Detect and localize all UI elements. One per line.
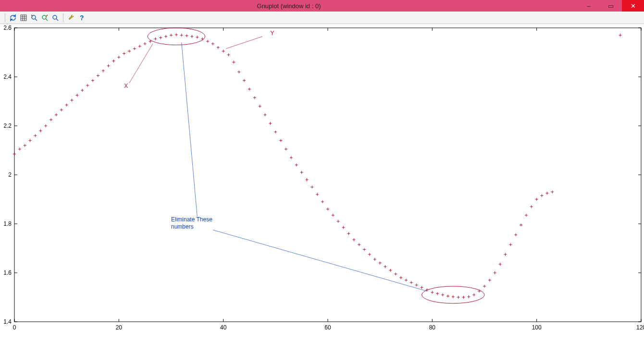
annotation-label: X bbox=[124, 83, 128, 89]
data-point bbox=[102, 69, 105, 72]
toolbar: ? bbox=[0, 12, 644, 24]
data-point bbox=[285, 147, 287, 150]
data-point bbox=[253, 96, 256, 99]
data-point bbox=[75, 94, 78, 97]
chart-canvas: 1.41.61.822.22.42.6020406080100120XYElim… bbox=[0, 24, 644, 340]
data-point bbox=[394, 273, 397, 276]
data-point bbox=[421, 286, 423, 289]
data-point bbox=[306, 178, 309, 181]
data-point bbox=[509, 243, 512, 246]
zoom-prev-icon bbox=[30, 14, 38, 22]
data-point bbox=[525, 214, 528, 217]
data-point bbox=[431, 291, 433, 294]
data-point bbox=[269, 122, 272, 125]
data-point bbox=[368, 253, 371, 256]
data-point bbox=[186, 34, 188, 37]
data-point bbox=[541, 194, 544, 197]
help-icon: ? bbox=[78, 14, 86, 22]
x-tick-label: 80 bbox=[429, 324, 436, 331]
data-point bbox=[462, 296, 465, 299]
data-point bbox=[159, 36, 162, 39]
data-point bbox=[342, 226, 345, 229]
data-point bbox=[138, 45, 141, 48]
data-point bbox=[123, 52, 125, 55]
data-point bbox=[494, 271, 496, 274]
data-point bbox=[154, 37, 157, 40]
x-tick-label: 60 bbox=[324, 324, 331, 331]
data-point bbox=[55, 113, 58, 116]
data-point bbox=[29, 139, 32, 142]
data-point bbox=[379, 262, 382, 265]
data-point bbox=[514, 233, 517, 236]
minimize-button[interactable]: – bbox=[578, 0, 600, 12]
data-point bbox=[24, 144, 26, 147]
data-point bbox=[472, 293, 475, 296]
y-tick-label: 1.8 bbox=[3, 220, 12, 227]
data-point bbox=[65, 104, 68, 107]
data-point bbox=[405, 279, 408, 281]
data-point bbox=[279, 139, 282, 142]
data-point bbox=[144, 42, 147, 45]
y-tick-label: 2.2 bbox=[3, 122, 12, 129]
close-button[interactable]: ✕ bbox=[622, 0, 644, 12]
annotation-line bbox=[129, 44, 153, 83]
data-point bbox=[384, 265, 387, 268]
data-point bbox=[535, 198, 538, 201]
y-tick-label: 2.4 bbox=[3, 73, 12, 80]
zoom-default-icon bbox=[51, 14, 59, 22]
data-point bbox=[227, 53, 230, 56]
grid-button[interactable] bbox=[19, 13, 28, 23]
data-point bbox=[196, 36, 198, 38]
plot-frame bbox=[14, 28, 641, 322]
toolbar-separator bbox=[63, 13, 63, 22]
x-tick-label: 120 bbox=[636, 324, 644, 331]
data-point bbox=[619, 34, 622, 36]
annotation-ellipse bbox=[148, 28, 205, 45]
data-point bbox=[363, 248, 366, 251]
help-button[interactable]: ? bbox=[77, 13, 87, 23]
grid-icon bbox=[20, 14, 27, 22]
data-point bbox=[170, 34, 173, 36]
data-point bbox=[217, 46, 220, 49]
zoom-next-button[interactable] bbox=[40, 13, 50, 23]
data-point bbox=[300, 171, 303, 174]
data-point bbox=[117, 56, 120, 59]
data-point bbox=[290, 156, 293, 159]
data-point bbox=[520, 224, 522, 227]
data-point bbox=[530, 205, 533, 208]
annotation-label: Y bbox=[270, 30, 274, 36]
data-point bbox=[347, 232, 350, 235]
data-point bbox=[410, 281, 413, 284]
x-tick-label: 40 bbox=[220, 324, 227, 331]
options-button[interactable] bbox=[66, 13, 76, 23]
data-point bbox=[107, 64, 110, 67]
refresh-button[interactable] bbox=[8, 13, 18, 23]
data-point bbox=[97, 74, 99, 77]
data-point bbox=[326, 207, 329, 210]
maximize-button[interactable]: ▭ bbox=[600, 0, 622, 12]
svg-point-1 bbox=[42, 15, 46, 19]
y-tick-label: 2 bbox=[8, 171, 12, 178]
data-point bbox=[504, 253, 507, 256]
zoom-prev-button[interactable] bbox=[29, 13, 39, 23]
annotation-line bbox=[213, 230, 427, 291]
data-point bbox=[483, 285, 486, 288]
data-point bbox=[415, 284, 418, 287]
window-titlebar: Gnuplot (window id : 0) – ▭ ✕ bbox=[0, 0, 644, 12]
data-point bbox=[81, 89, 84, 92]
data-point bbox=[50, 118, 52, 121]
data-point bbox=[467, 295, 470, 298]
data-point bbox=[446, 294, 449, 297]
data-point bbox=[211, 42, 214, 45]
data-point bbox=[321, 200, 324, 203]
plot-area[interactable]: 1.41.61.822.22.42.6020406080100120XYElim… bbox=[0, 24, 644, 340]
svg-text:?: ? bbox=[80, 14, 84, 22]
data-point bbox=[243, 79, 246, 82]
data-point bbox=[222, 49, 225, 52]
x-tick-label: 100 bbox=[532, 324, 542, 331]
data-point bbox=[457, 296, 460, 299]
data-point bbox=[71, 98, 74, 101]
zoom-default-button[interactable] bbox=[50, 13, 60, 23]
data-point bbox=[248, 88, 251, 91]
data-point bbox=[545, 192, 548, 194]
